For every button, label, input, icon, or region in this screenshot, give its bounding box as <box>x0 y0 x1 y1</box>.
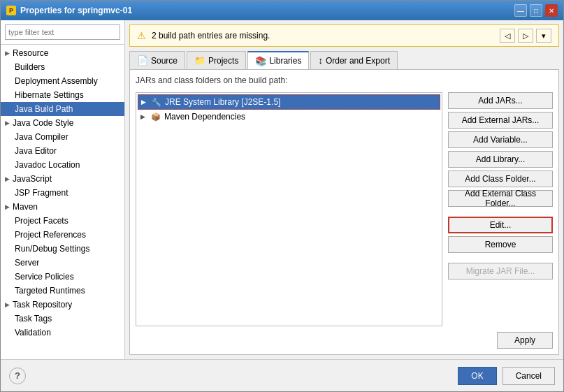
sidebar-item-validation[interactable]: Validation <box>1 326 124 340</box>
sidebar-item-java-build-path[interactable]: Java Build Path <box>1 102 124 116</box>
edit-button[interactable]: Edit... <box>448 217 553 233</box>
tree-panel: ▶🔧JRE System Library [J2SE-1.5]▶📦Maven D… <box>136 92 442 326</box>
sidebar-item-deployment[interactable]: Deployment Assembly <box>1 74 124 88</box>
tab-order-export[interactable]: ↕Order and Export <box>310 51 398 69</box>
sidebar-item-label-jsp-fragment: JSP Fragment <box>15 188 68 198</box>
sidebar-item-label-javadoc-location: Javadoc Location <box>15 160 80 170</box>
warning-icon: ⚠ <box>137 30 146 41</box>
warning-bar: ⚠ 2 build path entries are missing. ◁ ▷ … <box>129 24 559 47</box>
bottom-bar: ? OK Cancel <box>1 359 563 391</box>
add-class-folder-button[interactable]: Add Class Folder... <box>448 170 553 187</box>
expand-arrow-javascript: ▶ <box>5 175 10 182</box>
sidebar-list: ▶ResourceBuildersDeployment AssemblyHibe… <box>1 45 124 359</box>
sidebar-item-resource[interactable]: ▶Resource <box>1 46 124 60</box>
expand-arrow-maven: ▶ <box>5 203 10 210</box>
sidebar-item-label-project-facets: Project Facets <box>15 216 68 226</box>
sidebar-item-label-validation: Validation <box>15 328 51 337</box>
tree-arrow-maven-deps: ▶ <box>140 113 147 120</box>
add-library-button[interactable]: Add Library... <box>448 151 553 168</box>
migrate-jar-button[interactable]: Migrate JAR File... <box>448 263 553 280</box>
sidebar-item-label-targeted-runtimes: Targeted Runtimes <box>15 286 85 296</box>
button-column: Add JARs... Add External JARs... Add Var… <box>448 92 553 326</box>
sidebar-item-java-code-style[interactable]: ▶Java Code Style <box>1 116 124 130</box>
tree-item-jre-system[interactable]: ▶🔧JRE System Library [J2SE-1.5] <box>138 94 440 110</box>
sidebar-item-maven[interactable]: ▶Maven <box>1 200 124 214</box>
sidebar-item-builders[interactable]: Builders <box>1 60 124 74</box>
warning-next-button[interactable]: ▷ <box>518 29 533 43</box>
sidebar-item-project-references[interactable]: Project References <box>1 228 124 242</box>
warning-nav: ◁ ▷ ▾ <box>500 29 551 43</box>
sidebar-item-label-java-code-style: Java Code Style <box>13 118 73 128</box>
warning-message: 2 build path entries are missing. <box>152 31 270 41</box>
sidebar-item-label-project-references: Project References <box>15 230 86 240</box>
tree-label-jre-system: JRE System Library [J2SE-1.5] <box>165 97 280 107</box>
sidebar-item-label-builders: Builders <box>15 62 45 72</box>
sidebar-item-label-java-build-path: Java Build Path <box>15 104 73 114</box>
sidebar-item-server[interactable]: Server <box>1 256 124 270</box>
filter-input[interactable] <box>5 24 120 40</box>
tab-label-libraries: Libraries <box>269 56 301 66</box>
tree-icon-jre-system: 🔧 <box>151 96 162 108</box>
window-title: Properties for springmvc-01 <box>20 6 510 15</box>
filter-box <box>1 20 124 45</box>
tab-label-projects: Projects <box>208 56 238 66</box>
tab-icon-order-export: ↕ <box>318 55 323 66</box>
sidebar-item-label-run-debug: Run/Debug Settings <box>15 244 89 254</box>
tree-label-maven-deps: Maven Dependencies <box>164 112 245 122</box>
sidebar-item-targeted-runtimes[interactable]: Targeted Runtimes <box>1 284 124 298</box>
add-variable-button[interactable]: Add Variable... <box>448 131 553 148</box>
sidebar-item-task-tags[interactable]: Task Tags <box>1 312 124 326</box>
expand-arrow-resource: ▶ <box>5 50 10 57</box>
tab-libraries[interactable]: 📚Libraries <box>247 51 309 69</box>
sidebar-item-task-repository[interactable]: ▶Task Repository <box>1 298 124 312</box>
sidebar-item-javadoc-location[interactable]: Javadoc Location <box>1 158 124 172</box>
cancel-button[interactable]: Cancel <box>502 367 555 385</box>
tab-icon-libraries: 📚 <box>255 56 266 66</box>
tab-icon-source: 📄 <box>137 55 148 66</box>
sidebar-item-label-javascript: JavaScript <box>13 174 52 184</box>
minimize-button[interactable]: — <box>514 4 527 17</box>
add-external-class-folder-button[interactable]: Add External Class Folder... <box>448 190 553 207</box>
expand-arrow-java-code-style: ▶ <box>5 119 10 126</box>
warning-prev-button[interactable]: ◁ <box>500 29 515 43</box>
sidebar-item-label-maven: Maven <box>13 202 38 212</box>
sidebar-item-run-debug[interactable]: Run/Debug Settings <box>1 242 124 256</box>
add-external-jars-button[interactable]: Add External JARs... <box>448 112 553 129</box>
panel-columns: ▶🔧JRE System Library [J2SE-1.5]▶📦Maven D… <box>136 92 553 326</box>
sidebar-item-label-service-policies: Service Policies <box>15 272 74 282</box>
add-jars-button[interactable]: Add JARs... <box>448 92 553 109</box>
panel-body: JARs and class folders on the build path… <box>129 69 559 355</box>
maximize-button[interactable]: □ <box>530 4 542 17</box>
apply-button[interactable]: Apply <box>497 332 553 349</box>
sidebar-item-hibernate[interactable]: Hibernate Settings <box>1 88 124 102</box>
sidebar-item-project-facets[interactable]: Project Facets <box>1 214 124 228</box>
tab-label-source: Source <box>151 56 178 66</box>
main-window: P Properties for springmvc-01 — □ ✕ ▶Res… <box>0 0 564 392</box>
tab-source[interactable]: 📄Source <box>129 51 185 69</box>
warning-menu-button[interactable]: ▾ <box>536 29 551 43</box>
button-separator <box>448 210 553 214</box>
sidebar-item-jsp-fragment[interactable]: JSP Fragment <box>1 186 124 200</box>
sidebar: ▶ResourceBuildersDeployment AssemblyHibe… <box>1 20 125 359</box>
ok-button[interactable]: OK <box>458 367 496 385</box>
sidebar-item-service-policies[interactable]: Service Policies <box>1 270 124 284</box>
tree-arrow-jre-system: ▶ <box>141 99 148 106</box>
sidebar-item-label-task-repository: Task Repository <box>13 300 72 310</box>
tree-item-maven-deps[interactable]: ▶📦Maven Dependencies <box>138 110 440 124</box>
tabs-row: 📄Source📁Projects📚Libraries↕Order and Exp… <box>129 51 559 69</box>
tab-label-order-export: Order and Export <box>326 56 390 66</box>
title-bar: P Properties for springmvc-01 — □ ✕ <box>1 1 563 20</box>
remove-button[interactable]: Remove <box>448 236 553 253</box>
sidebar-item-java-compiler[interactable]: Java Compiler <box>1 130 124 144</box>
help-button[interactable]: ? <box>9 368 26 384</box>
sidebar-item-label-java-compiler: Java Compiler <box>15 132 68 142</box>
tab-projects[interactable]: 📁Projects <box>187 51 246 69</box>
tree-icon-maven-deps: 📦 <box>150 111 161 122</box>
sidebar-item-javascript[interactable]: ▶JavaScript <box>1 172 124 186</box>
sidebar-item-java-editor[interactable]: Java Editor <box>1 144 124 158</box>
panel-description: JARs and class folders on the build path… <box>136 75 553 85</box>
window-icon: P <box>6 6 16 15</box>
tab-icon-projects: 📁 <box>194 55 205 66</box>
sidebar-item-label-resource: Resource <box>13 48 48 58</box>
close-button[interactable]: ✕ <box>545 4 558 17</box>
